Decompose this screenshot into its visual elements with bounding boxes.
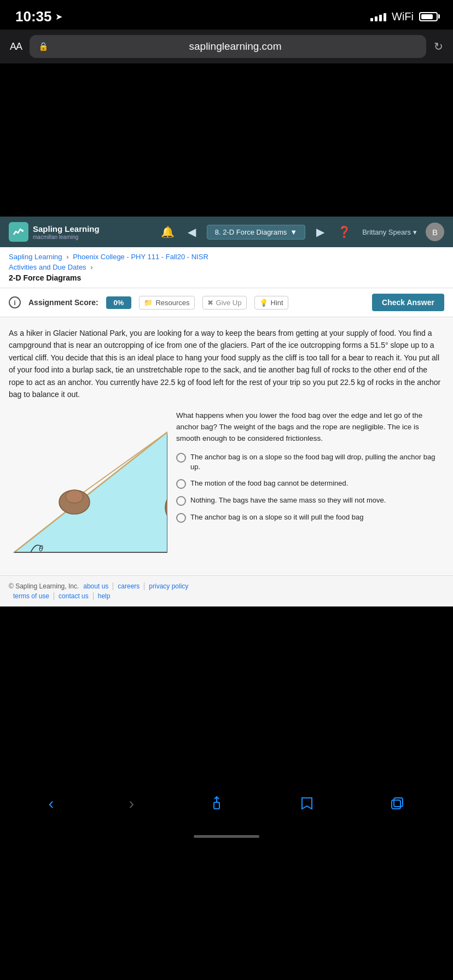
resources-button[interactable]: 📁 Resources [139,296,194,310]
refresh-icon[interactable]: ↻ [434,40,443,53]
footer-help[interactable]: help [94,592,115,600]
footer-copyright: © Sapling Learning, Inc. [9,582,79,590]
radio-label-4: The anchor bag is on a slope so it will … [190,512,364,522]
hint-button[interactable]: 💡 Hint [254,296,288,310]
text-size-button[interactable]: AA [10,41,22,52]
radio-circle-3[interactable] [176,496,186,506]
check-answer-button[interactable]: Check Answer [372,294,444,311]
logo-sub: macmillan learning [33,234,100,240]
logo-icon [9,222,28,242]
course-selector[interactable]: 8. 2-D Force Diagrams ▼ [207,225,305,240]
bottom-toolbar: ‹ › [0,781,453,825]
status-bar: 10:35 ➤ WiFi [0,0,453,30]
svg-rect-13 [392,800,400,809]
diagram-area: θ [9,410,167,565]
next-nav-icon[interactable]: ▶ [316,225,324,238]
breadcrumb-link-1[interactable]: Sapling Learning [9,253,62,261]
physics-diagram: θ [9,410,167,563]
breadcrumb-link-3[interactable]: Activities and Due Dates [9,263,86,271]
radio-label-2: The motion of the food bag cannot be det… [190,479,348,488]
main-content: As a hiker in Glacier National Park, you… [0,317,453,575]
svg-rect-12 [214,802,219,809]
ad-space [0,63,453,217]
back-button[interactable]: ‹ [48,794,54,813]
give-up-button[interactable]: ✖ Give Up [202,296,247,310]
svg-point-0 [21,230,24,232]
below-fold [0,606,453,781]
site-footer: © Sapling Learning, Inc. about us career… [0,575,453,606]
status-icons: WiFi [370,10,438,23]
content-area: Sapling Learning › Phoenix College - PHY… [0,247,453,606]
location-icon: ➤ [55,11,62,22]
help-icon[interactable]: ❓ [338,225,351,238]
url-bar[interactable]: 🔒 saplinglearning.com [30,35,426,58]
radio-option-1[interactable]: The anchor bag is on a slope so the food… [176,452,444,472]
footer-contact[interactable]: contact us [54,592,94,600]
avatar[interactable]: B [426,223,444,241]
score-badge: 0% [106,296,132,309]
question-area: What happens when you lower the food bag… [176,410,444,529]
navbar: Sapling Learning macmillan learning 🔔 ◀ … [0,217,453,247]
footer-links-row2: terms of use contact us help [9,592,444,600]
browser-bar: AA 🔒 saplinglearning.com ↻ [0,30,453,63]
radio-circle-4[interactable] [176,513,186,523]
breadcrumb-link-2[interactable]: Phoenix College - PHY 111 - Fall20 - NIS… [73,253,208,261]
breadcrumb-2: Activities and Due Dates › [0,261,453,271]
lock-icon: 🔒 [38,42,49,51]
svg-text:θ: θ [39,544,43,553]
radio-option-3[interactable]: Nothing. The bags have the same mass so … [176,495,444,506]
tabs-button[interactable] [390,796,405,811]
page-title: 2-D Force Diagrams [0,271,453,288]
score-label: Assignment Score: [28,298,98,307]
footer-links: © Sapling Learning, Inc. about us career… [9,582,444,590]
svg-point-8 [66,490,83,503]
nav-logo[interactable]: Sapling Learning macmillan learning [9,222,100,242]
signal-bars [370,11,386,21]
info-icon[interactable]: i [9,296,21,308]
question-text: What happens when you lower the food bag… [176,410,444,445]
problem-text: As a hiker in Glacier National Park, you… [9,327,444,400]
status-time: 10:35 ➤ [15,8,62,25]
wifi-icon: WiFi [392,10,414,23]
radio-option-4[interactable]: The anchor bag is on a slope so it will … [176,512,444,523]
footer-privacy[interactable]: privacy policy [144,582,193,590]
footer-about[interactable]: about us [79,582,113,590]
assignment-bar: i Assignment Score: 0% 📁 Resources ✖ Giv… [0,288,453,317]
diagram-question: θ What happens when you lower the food b… [9,410,444,565]
forward-button[interactable]: › [129,794,134,813]
bookmarks-button[interactable] [299,796,315,811]
logo-text: Sapling Learning [33,224,100,234]
radio-circle-2[interactable] [176,479,186,489]
notification-icon[interactable]: 🔔 [161,225,175,238]
share-button[interactable] [209,796,224,811]
radio-circle-1[interactable] [176,453,186,463]
battery-icon [419,12,438,21]
footer-careers[interactable]: careers [113,582,144,590]
url-text: saplinglearning.com [53,40,417,52]
user-menu[interactable]: Brittany Spears ▾ [362,228,417,236]
svg-rect-14 [394,798,403,807]
home-indicator [0,825,453,847]
breadcrumb: Sapling Learning › Phoenix College - PHY… [0,247,453,261]
radio-option-2[interactable]: The motion of the food bag cannot be det… [176,479,444,489]
prev-nav-icon[interactable]: ◀ [188,225,196,238]
radio-label-1: The anchor bag is on a slope so the food… [190,452,444,472]
radio-label-3: Nothing. The bags have the same mass so … [190,495,386,505]
footer-terms[interactable]: terms of use [9,592,54,600]
